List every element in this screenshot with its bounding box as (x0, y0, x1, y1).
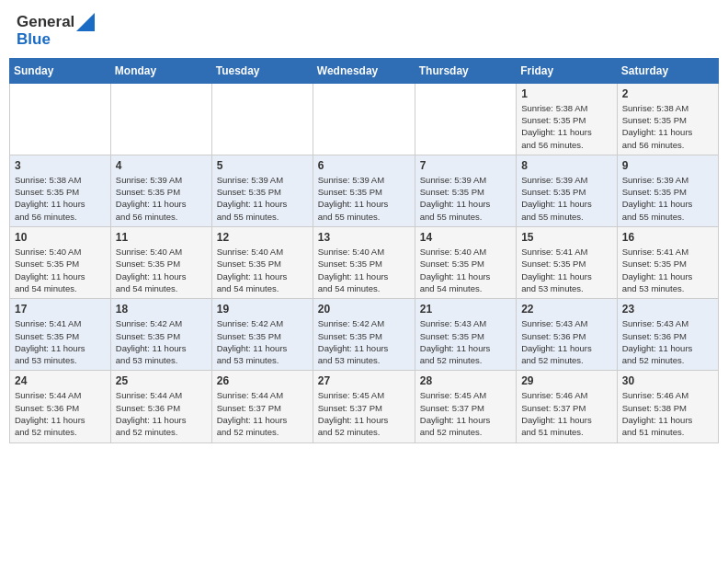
calendar-cell (211, 83, 313, 155)
calendar-cell: 18Sunrise: 5:42 AMSunset: 5:35 PMDayligh… (110, 299, 211, 371)
calendar-cell: 6Sunrise: 5:39 AMSunset: 5:35 PMDaylight… (313, 155, 415, 226)
day-number: 6 (318, 159, 410, 172)
day-info: Sunrise: 5:41 AMSunset: 5:35 PMDaylight:… (521, 246, 612, 294)
calendar-cell: 2Sunrise: 5:38 AMSunset: 5:35 PMDaylight… (617, 83, 718, 155)
logo-blue: Blue (17, 31, 95, 49)
day-number: 13 (318, 231, 410, 244)
calendar-cell: 11Sunrise: 5:40 AMSunset: 5:35 PMDayligh… (110, 227, 211, 299)
day-number: 30 (622, 374, 713, 387)
calendar-cell: 19Sunrise: 5:42 AMSunset: 5:35 PMDayligh… (211, 299, 313, 371)
calendar-cell (415, 83, 516, 155)
day-info: Sunrise: 5:41 AMSunset: 5:35 PMDaylight:… (15, 317, 106, 366)
weekday-header: Thursday (415, 58, 516, 83)
day-info: Sunrise: 5:46 AMSunset: 5:37 PMDaylight:… (521, 389, 612, 438)
day-number: 17 (15, 303, 106, 316)
calendar-cell: 17Sunrise: 5:41 AMSunset: 5:35 PMDayligh… (10, 299, 111, 371)
calendar-week-row: 10Sunrise: 5:40 AMSunset: 5:35 PMDayligh… (10, 227, 719, 299)
day-info: Sunrise: 5:42 AMSunset: 5:35 PMDaylight:… (318, 317, 410, 366)
weekday-header: Tuesday (211, 58, 313, 83)
day-number: 14 (420, 231, 511, 244)
calendar-cell: 8Sunrise: 5:39 AMSunset: 5:35 PMDaylight… (517, 155, 618, 226)
calendar-cell: 28Sunrise: 5:45 AMSunset: 5:37 PMDayligh… (415, 371, 516, 442)
weekday-header: Wednesday (313, 58, 415, 83)
day-number: 20 (318, 303, 410, 316)
calendar-cell: 22Sunrise: 5:43 AMSunset: 5:36 PMDayligh… (517, 299, 618, 371)
calendar-cell: 16Sunrise: 5:41 AMSunset: 5:35 PMDayligh… (617, 227, 718, 299)
day-number: 21 (420, 303, 511, 316)
day-number: 18 (116, 303, 207, 316)
calendar-cell: 23Sunrise: 5:43 AMSunset: 5:36 PMDayligh… (617, 299, 718, 371)
day-info: Sunrise: 5:39 AMSunset: 5:35 PMDaylight:… (116, 174, 207, 223)
calendar-cell (110, 83, 211, 155)
calendar-cell (10, 83, 111, 155)
calendar-week-row: 3Sunrise: 5:38 AMSunset: 5:35 PMDaylight… (10, 155, 719, 226)
calendar-cell: 9Sunrise: 5:39 AMSunset: 5:35 PMDaylight… (617, 155, 718, 226)
calendar-cell: 4Sunrise: 5:39 AMSunset: 5:35 PMDaylight… (110, 155, 211, 226)
logo: General Blue (17, 13, 95, 49)
day-number: 10 (15, 231, 106, 244)
calendar-cell: 14Sunrise: 5:40 AMSunset: 5:35 PMDayligh… (415, 227, 516, 299)
calendar-cell: 13Sunrise: 5:40 AMSunset: 5:35 PMDayligh… (313, 227, 415, 299)
calendar-cell: 26Sunrise: 5:44 AMSunset: 5:37 PMDayligh… (211, 371, 313, 442)
calendar-cell: 21Sunrise: 5:43 AMSunset: 5:35 PMDayligh… (415, 299, 516, 371)
weekday-header: Monday (110, 58, 211, 83)
svg-marker-0 (76, 13, 95, 31)
calendar-cell: 15Sunrise: 5:41 AMSunset: 5:35 PMDayligh… (517, 227, 618, 299)
day-info: Sunrise: 5:38 AMSunset: 5:35 PMDaylight:… (15, 174, 106, 223)
day-number: 2 (622, 87, 713, 100)
calendar-cell: 1Sunrise: 5:38 AMSunset: 5:35 PMDaylight… (517, 83, 618, 155)
day-number: 8 (521, 159, 612, 172)
day-info: Sunrise: 5:44 AMSunset: 5:37 PMDaylight:… (217, 389, 308, 438)
day-number: 26 (217, 374, 308, 387)
day-number: 1 (521, 87, 612, 100)
day-info: Sunrise: 5:40 AMSunset: 5:35 PMDaylight:… (15, 246, 106, 294)
day-number: 25 (116, 374, 207, 387)
day-number: 12 (217, 231, 308, 244)
day-info: Sunrise: 5:45 AMSunset: 5:37 PMDaylight:… (420, 389, 511, 438)
day-number: 23 (622, 303, 713, 316)
day-number: 3 (15, 159, 106, 172)
day-info: Sunrise: 5:44 AMSunset: 5:36 PMDaylight:… (15, 389, 106, 438)
calendar-cell: 27Sunrise: 5:45 AMSunset: 5:37 PMDayligh… (313, 371, 415, 442)
day-info: Sunrise: 5:38 AMSunset: 5:35 PMDaylight:… (521, 102, 612, 151)
day-number: 4 (116, 159, 207, 172)
weekday-header: Friday (517, 58, 618, 83)
day-number: 11 (116, 231, 207, 244)
day-info: Sunrise: 5:40 AMSunset: 5:35 PMDaylight:… (116, 246, 207, 294)
calendar-cell: 12Sunrise: 5:40 AMSunset: 5:35 PMDayligh… (211, 227, 313, 299)
day-number: 16 (622, 231, 713, 244)
day-info: Sunrise: 5:42 AMSunset: 5:35 PMDaylight:… (116, 317, 207, 366)
day-info: Sunrise: 5:40 AMSunset: 5:35 PMDaylight:… (318, 246, 410, 294)
calendar-week-row: 24Sunrise: 5:44 AMSunset: 5:36 PMDayligh… (10, 371, 719, 442)
day-number: 19 (217, 303, 308, 316)
day-info: Sunrise: 5:39 AMSunset: 5:35 PMDaylight:… (622, 174, 713, 223)
day-info: Sunrise: 5:46 AMSunset: 5:38 PMDaylight:… (622, 389, 713, 438)
logo-general: General (17, 14, 74, 31)
day-info: Sunrise: 5:38 AMSunset: 5:35 PMDaylight:… (622, 102, 713, 151)
calendar-cell: 5Sunrise: 5:39 AMSunset: 5:35 PMDaylight… (211, 155, 313, 226)
day-number: 29 (521, 374, 612, 387)
day-number: 24 (15, 374, 106, 387)
day-number: 28 (420, 374, 511, 387)
day-info: Sunrise: 5:39 AMSunset: 5:35 PMDaylight:… (318, 174, 410, 223)
day-number: 22 (521, 303, 612, 316)
day-info: Sunrise: 5:39 AMSunset: 5:35 PMDaylight:… (217, 174, 308, 223)
day-number: 27 (318, 374, 410, 387)
calendar-cell: 25Sunrise: 5:44 AMSunset: 5:36 PMDayligh… (110, 371, 211, 442)
calendar-table: SundayMondayTuesdayWednesdayThursdayFrid… (9, 58, 719, 443)
day-number: 5 (217, 159, 308, 172)
calendar-cell: 10Sunrise: 5:40 AMSunset: 5:35 PMDayligh… (10, 227, 111, 299)
day-number: 9 (622, 159, 713, 172)
calendar-header-row: SundayMondayTuesdayWednesdayThursdayFrid… (10, 58, 719, 83)
day-info: Sunrise: 5:43 AMSunset: 5:36 PMDaylight:… (622, 317, 713, 366)
day-info: Sunrise: 5:40 AMSunset: 5:35 PMDaylight:… (420, 246, 511, 294)
calendar-week-row: 17Sunrise: 5:41 AMSunset: 5:35 PMDayligh… (10, 299, 719, 371)
calendar-cell: 7Sunrise: 5:39 AMSunset: 5:35 PMDaylight… (415, 155, 516, 226)
weekday-header: Saturday (617, 58, 718, 83)
day-info: Sunrise: 5:40 AMSunset: 5:35 PMDaylight:… (217, 246, 308, 294)
day-info: Sunrise: 5:43 AMSunset: 5:36 PMDaylight:… (521, 317, 612, 366)
day-info: Sunrise: 5:39 AMSunset: 5:35 PMDaylight:… (521, 174, 612, 223)
page-header: General Blue (9, 9, 719, 52)
day-info: Sunrise: 5:39 AMSunset: 5:35 PMDaylight:… (420, 174, 511, 223)
day-info: Sunrise: 5:43 AMSunset: 5:35 PMDaylight:… (420, 317, 511, 366)
